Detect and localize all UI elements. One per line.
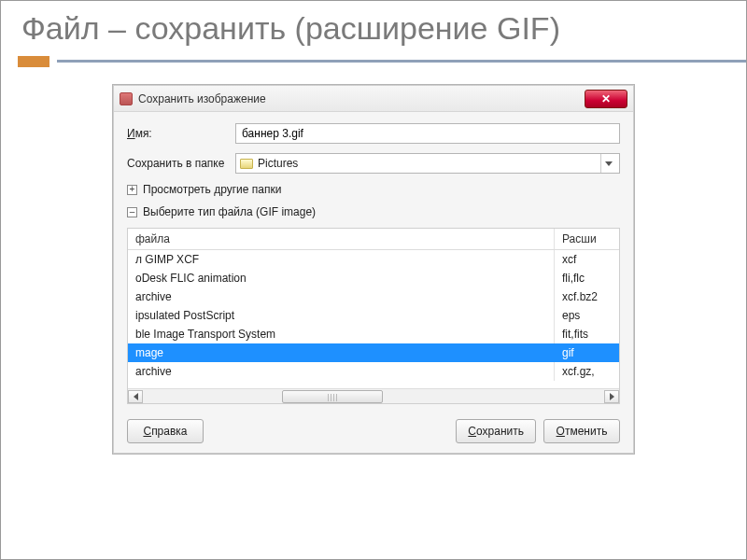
save-dialog-window: Сохранить изображение ✕ Имя: Сохранить в… — [113, 85, 634, 454]
scroll-thumb[interactable] — [282, 390, 383, 403]
scroll-track[interactable] — [145, 390, 602, 403]
filename-input[interactable] — [235, 123, 620, 144]
file-type-ext: gif — [554, 343, 619, 362]
slide-title: Файл – сохранить (расширение GIF) — [1, 1, 746, 52]
screenshot-frame: Сохранить изображение ✕ Имя: Сохранить в… — [112, 84, 635, 455]
file-type-row[interactable]: ble Image Transport Systemfit,fits — [128, 325, 619, 343]
file-type-name: archive — [128, 362, 554, 381]
scroll-right-button[interactable] — [604, 390, 619, 403]
file-type-name: archive — [128, 287, 554, 306]
browse-folders-expander[interactable]: + Просмотреть другие папки — [127, 183, 620, 196]
file-type-ext: xcf.gz, — [554, 362, 619, 381]
close-icon: ✕ — [601, 92, 611, 105]
file-type-name: ipsulated PostScript — [128, 306, 554, 325]
file-type-row[interactable]: archivexcf.bz2 — [128, 287, 619, 306]
chevron-down-icon — [605, 161, 613, 166]
file-type-row[interactable]: magegif — [128, 343, 619, 362]
file-type-ext: xcf.bz2 — [554, 287, 619, 306]
triangle-right-icon — [610, 393, 614, 400]
titlebar[interactable]: Сохранить изображение ✕ — [114, 86, 633, 112]
file-type-ext: eps — [554, 306, 619, 325]
file-type-row[interactable]: archivexcf.gz, — [128, 362, 619, 381]
collapse-minus-icon: – — [127, 207, 137, 217]
app-icon — [120, 92, 133, 105]
file-type-panel: файла Расши л GIMP XCFxcfoDesk FLIC anim… — [127, 228, 620, 404]
folder-label: Сохранить в папке — [127, 157, 235, 170]
column-header-ext[interactable]: Расши — [554, 229, 619, 249]
file-type-ext: fli,flc — [554, 269, 619, 287]
save-button[interactable]: Сохранить — [456, 419, 536, 443]
file-type-row[interactable]: ipsulated PostScripteps — [128, 306, 619, 325]
file-type-list[interactable]: л GIMP XCFxcfoDesk FLIC animationfli,flc… — [128, 250, 619, 388]
file-type-name: л GIMP XCF — [128, 250, 554, 269]
file-type-row[interactable]: л GIMP XCFxcf — [128, 250, 619, 269]
help-button[interactable]: Справка — [127, 419, 204, 443]
column-header-name[interactable]: файла — [128, 229, 554, 249]
triangle-left-icon — [134, 393, 138, 400]
file-type-name: mage — [128, 343, 554, 362]
file-type-label: Выберите тип файла (GIF image) — [143, 205, 316, 218]
expand-plus-icon: + — [127, 185, 137, 195]
window-title: Сохранить изображение — [138, 92, 266, 105]
file-type-name: oDesk FLIC animation — [128, 269, 554, 287]
browse-folders-label: Просмотреть другие папки — [143, 183, 281, 196]
accent-decoration — [1, 56, 746, 67]
folder-dropdown-button[interactable] — [600, 154, 615, 173]
file-type-expander[interactable]: – Выберите тип файла (GIF image) — [127, 205, 620, 218]
folder-value: Pictures — [258, 157, 298, 170]
file-type-row[interactable]: oDesk FLIC animationfli,flc — [128, 269, 619, 287]
scroll-left-button[interactable] — [128, 390, 143, 403]
folder-combo[interactable]: Pictures — [235, 153, 620, 174]
file-type-ext: fit,fits — [554, 325, 619, 343]
file-type-header: файла Расши — [128, 229, 619, 250]
file-type-ext: xcf — [554, 250, 619, 269]
horizontal-scrollbar[interactable] — [128, 388, 619, 403]
filename-label: Имя: — [127, 127, 235, 140]
cancel-button[interactable]: Отменить — [543, 419, 620, 443]
close-button[interactable]: ✕ — [585, 90, 627, 108]
folder-icon — [240, 159, 253, 169]
file-type-name: ble Image Transport System — [128, 325, 554, 343]
